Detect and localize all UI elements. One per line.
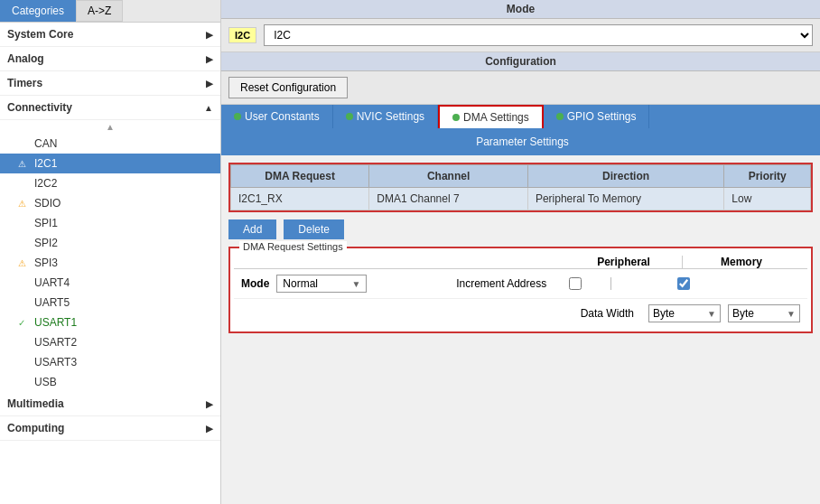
i2c-tag: I2C [228, 27, 256, 43]
check-icon: ✓ [18, 318, 31, 328]
table-row[interactable]: I2C1_RX DMA1 Channel 7 Peripheral To Mem… [231, 188, 811, 210]
col-priority: Priority [724, 165, 811, 188]
mode-header: Mode [221, 0, 820, 19]
tab-label: User Constants [245, 110, 320, 123]
increment-address-section: Increment Address [367, 277, 800, 290]
tab-label: Parameter Settings [476, 135, 569, 148]
sidebar-item-label: UART4 [34, 276, 70, 289]
sidebar-item-analog[interactable]: Analog [0, 47, 220, 71]
tab-nvic-settings[interactable]: NVIC Settings [333, 105, 438, 128]
peripheral-dw-select[interactable]: Byte ▼ [648, 304, 721, 322]
tab-dot-icon [452, 114, 460, 121]
warning-icon: ⚠ [18, 258, 31, 268]
data-width-selects: Byte ▼ Byte ▼ [648, 304, 800, 322]
data-width-row: Data Width Byte ▼ Byte ▼ [234, 299, 807, 328]
config-header: Configuration [221, 52, 820, 71]
dma-request-settings: DMA Request Settings Peripheral Memory M… [228, 247, 813, 333]
mode-row: I2C I2C SMBus Alert Mode SMBus Two-Wire … [221, 19, 820, 51]
tab-dot-icon [346, 113, 353, 120]
sidebar-section-label: Timers [7, 77, 42, 89]
tab-label: GPIO Settings [567, 110, 637, 123]
sidebar-item-label: SDIO [34, 197, 61, 210]
sidebar-item-spi1[interactable]: SPI1 [0, 213, 220, 233]
sidebar-item-computing[interactable]: Computing [0, 416, 220, 441]
sidebar-item-i2c1[interactable]: ⚠ I2C1 [0, 154, 220, 173]
tab-parameter-settings[interactable]: Parameter Settings [460, 132, 582, 152]
tab-atoz[interactable]: A->Z [76, 0, 123, 22]
tab-dma-settings[interactable]: DMA Settings [438, 105, 544, 128]
chevron-right-icon [206, 399, 213, 409]
sidebar-item-timers[interactable]: Timers [0, 71, 220, 96]
sidebar-item-usart2[interactable]: USART2 [0, 332, 220, 352]
tab-label: DMA Settings [463, 111, 529, 124]
bottom-section: Add Delete DMA Request Settings Peripher… [228, 219, 813, 497]
sidebar-tabs: Categories A->Z [0, 0, 220, 23]
sidebar-item-system-core[interactable]: System Core [0, 23, 220, 47]
sidebar-item-usart3[interactable]: USART3 [0, 352, 220, 372]
sidebar-item-multimedia[interactable]: Multimedia [0, 392, 220, 416]
chevron-right-icon [206, 79, 213, 89]
sidebar-section-label: System Core [7, 28, 73, 41]
delete-button[interactable]: Delete [284, 219, 344, 239]
sidebar-item-label: USART3 [34, 356, 77, 369]
col-dma-request: DMA Request [231, 165, 369, 188]
tab-user-constants[interactable]: User Constants [221, 105, 333, 128]
sidebar-section-label: Computing [7, 422, 64, 434]
chevron-right-icon [206, 54, 213, 64]
sidebar-item-label: USART2 [34, 336, 77, 349]
tab-categories[interactable]: Categories [0, 0, 76, 22]
sidebar-item-spi2[interactable]: SPI2 [0, 233, 220, 253]
increment-address-label: Increment Address [456, 277, 546, 290]
sidebar-item-uart5[interactable]: UART5 [0, 293, 220, 313]
sidebar-item-sdio[interactable]: ⚠ SDIO [0, 193, 220, 213]
sidebar-item-connectivity[interactable]: Connectivity [0, 96, 220, 120]
mode-dropdown-text: Normal [283, 277, 348, 290]
mode-settings-label: Mode [241, 277, 269, 290]
cell-channel: DMA1 Channel 7 [369, 188, 528, 210]
peripheral-header: Peripheral [565, 256, 683, 268]
reset-configuration-button[interactable]: Reset Configuration [228, 77, 348, 98]
mode-dropdown[interactable]: Normal ▼ [276, 275, 367, 293]
sidebar-section-label: Analog [7, 52, 44, 65]
action-buttons: Add Delete [228, 219, 813, 239]
sidebar-items: System Core Analog Timers Connectivity ▲… [0, 23, 220, 504]
mode-select[interactable]: I2C SMBus Alert Mode SMBus Two-Wire Inte… [264, 24, 813, 46]
warning-icon: ⚠ [18, 159, 31, 169]
tab-label: NVIC Settings [357, 110, 424, 123]
add-button[interactable]: Add [228, 219, 276, 239]
sidebar-item-label: CAN [34, 137, 57, 150]
sidebar-item-label: SPI2 [34, 237, 58, 249]
mode-section: Mode I2C I2C SMBus Alert Mode SMBus Two-… [221, 0, 820, 52]
dma-table-container: DMA Request Channel Direction Priority I… [228, 163, 813, 212]
chevron-down-icon: ▼ [787, 309, 796, 319]
config-toolbar: Reset Configuration [221, 71, 820, 105]
tab-dot-icon [234, 113, 241, 120]
sidebar-item-label: USART1 [34, 316, 77, 329]
sidebar-section-label: Multimedia [7, 397, 64, 410]
sidebar-item-label: UART5 [34, 296, 70, 309]
sidebar-item-usb[interactable]: USB [0, 372, 220, 392]
sidebar-item-i2c2[interactable]: I2C2 [0, 173, 220, 193]
dma-table: DMA Request Channel Direction Priority I… [230, 164, 811, 210]
sidebar-item-label: I2C2 [34, 177, 57, 190]
sidebar-item-uart4[interactable]: UART4 [0, 273, 220, 293]
cell-request: I2C1_RX [231, 188, 369, 210]
sidebar-item-label: I2C1 [34, 157, 57, 170]
chevron-up-icon [204, 103, 213, 113]
memory-increment-checkbox[interactable] [677, 277, 690, 290]
memory-dw-select[interactable]: Byte ▼ [728, 304, 800, 322]
sidebar-item-usart1[interactable]: ✓ USART1 [0, 313, 220, 332]
sidebar-item-can[interactable]: CAN [0, 134, 220, 154]
scroll-up-indicator: ▲ [0, 120, 220, 134]
memory-header: Memory [683, 256, 800, 268]
peripheral-increment-checkbox[interactable] [569, 277, 582, 290]
col-direction: Direction [527, 165, 723, 188]
cell-priority: Low [724, 188, 811, 210]
peripheral-dw-text: Byte [653, 307, 707, 320]
sidebar-item-label: SPI3 [34, 257, 58, 269]
sidebar: Categories A->Z System Core Analog Timer… [0, 0, 221, 504]
tab-gpio-settings[interactable]: GPIO Settings [544, 105, 650, 128]
config-tabs: User Constants NVIC Settings DMA Setting… [221, 105, 820, 128]
sidebar-item-spi3[interactable]: ⚠ SPI3 [0, 253, 220, 273]
data-width-label: Data Width [581, 307, 634, 320]
